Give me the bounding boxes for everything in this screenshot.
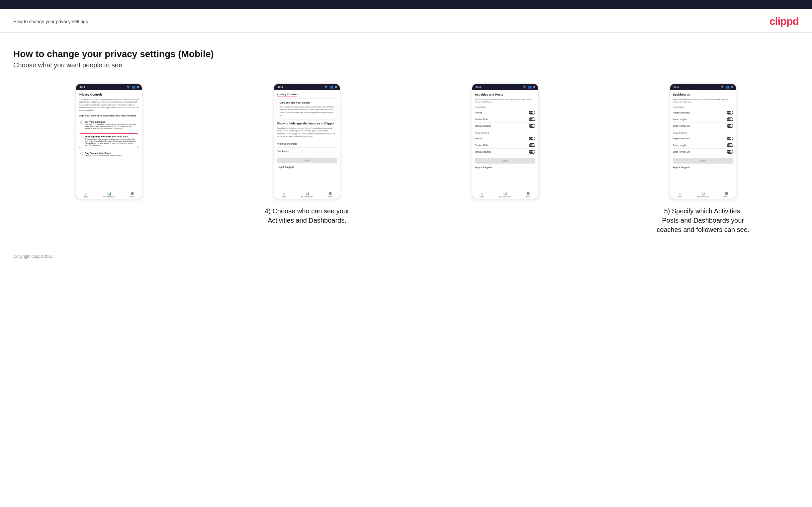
people-icon-2[interactable]: 👥	[330, 86, 333, 89]
chart-icon-2: 📊	[305, 192, 309, 195]
nav-menu-2[interactable]: ☰ Menu	[328, 192, 333, 198]
settings-icon-4[interactable]: ⚙	[731, 86, 733, 89]
back-button-2[interactable]: ‹ Back	[276, 86, 283, 88]
nav-performance-4[interactable]: 📊 My Performance	[697, 192, 709, 198]
option-everyone[interactable]: Everyone on Clippd Everyone on Clippd ca…	[79, 119, 139, 131]
home-icon-1: ⌂	[85, 192, 87, 195]
save-button-2[interactable]: Save	[276, 158, 337, 163]
page-heading: How to change your privacy settings (Mob…	[13, 49, 799, 59]
toggle-coaches-insights[interactable]: ON	[727, 117, 733, 121]
toggle-coaches-player[interactable]: ON	[727, 111, 733, 114]
phone-body-1: Privacy Controls Control how you and you…	[76, 90, 142, 190]
phone-screen-1: ‹ Back 🔍 👥 ⚙ Privacy Controls Control ho…	[76, 83, 142, 199]
coaches-manual-row: Manual Activities ON	[475, 123, 536, 129]
phone-header-2: ‹ Back 🔍 👥 ⚙	[274, 84, 340, 90]
screenshot-group-1: ‹ Back 🔍 👥 ⚙ Privacy Controls Control ho…	[13, 83, 205, 199]
privacy-controls-title: Privacy Controls	[79, 93, 139, 96]
nav-performance-3[interactable]: 📊 My Performance	[499, 192, 511, 198]
phone-body-2: Privacy Controls Only You and Your Coach…	[274, 90, 340, 190]
nav-performance-1[interactable]: 📊 My Performance	[103, 192, 115, 198]
nav-home-3[interactable]: ⌂ Home	[479, 192, 484, 198]
settings-icon-1[interactable]: ⚙	[137, 86, 139, 89]
phone-nav-3: ⌂ Home 📊 My Performance ☰ Menu	[472, 190, 538, 199]
menu-icon-4: ☰	[725, 192, 728, 195]
settings-icon-2[interactable]: ⚙	[335, 86, 337, 89]
activities-posts-title: Activities and Posts	[475, 93, 536, 96]
search-icon-4[interactable]: 🔍	[721, 86, 724, 89]
back-button-3[interactable]: ‹ Back	[475, 86, 481, 88]
nav-home-1[interactable]: ⌂ Home	[84, 192, 88, 198]
toggle-followers-player[interactable]: ON	[727, 137, 733, 140]
followers-manual-row: Manual Activities ON	[475, 149, 536, 155]
option-approved-text: Only approved followers and coaches you …	[85, 138, 137, 146]
phone-header-3: ‹ Back 🔍 👥 ⚙	[472, 84, 538, 90]
radio-only-you[interactable]	[81, 152, 83, 155]
menu-icon-2: ☰	[329, 192, 332, 195]
people-icon-3[interactable]: 👥	[528, 86, 531, 89]
home-icon-4: ⌂	[679, 192, 681, 195]
nav-home-4[interactable]: ⌂ Home	[677, 192, 682, 198]
option-everyone-text: Everyone on Clippd can search for you an…	[85, 123, 138, 129]
phone-body-3: Activities and Posts Select the types of…	[472, 90, 538, 190]
toggle-followers-insights[interactable]: ON	[727, 143, 733, 147]
who-can-see-label: Who Can See Your Activities and Dashboar…	[79, 114, 139, 117]
show-hide-text: Regardless of the privacy controls that …	[276, 127, 337, 138]
search-icon-3[interactable]: 🔍	[523, 86, 526, 89]
nav-home-2[interactable]: ⌂ Home	[282, 192, 286, 198]
settings-icon-3[interactable]: ⚙	[533, 86, 536, 89]
tab-privacy-controls[interactable]: Privacy Controls	[276, 93, 298, 96]
screenshot-group-2: ‹ Back 🔍 👥 ⚙ Privacy Controls	[211, 83, 403, 225]
nav-menu-3[interactable]: ☰ Menu	[526, 192, 531, 198]
toggle-followers-work[interactable]: ON	[727, 150, 733, 154]
help-support-2: Help & Support	[276, 166, 337, 168]
home-icon-2: ⌂	[283, 192, 285, 195]
link-activities[interactable]: Activities and Posts ›	[276, 140, 337, 148]
copyright: Copyright Clippd 2022	[13, 254, 53, 259]
screenshot-group-3: ‹ Back 🔍 👥 ⚙ Activities and Posts Select…	[409, 83, 601, 199]
nav-menu-1[interactable]: ☰ Menu	[130, 192, 135, 198]
phone-nav-2: ⌂ Home 📊 My Performance ☰ Menu	[274, 190, 340, 199]
toggle-followers-drills[interactable]: ON	[529, 143, 536, 147]
back-button-4[interactable]: ‹ Back	[673, 86, 679, 88]
back-button-1[interactable]: ‹ Back	[79, 86, 85, 88]
link-dashboards[interactable]: Dashboards ›	[276, 148, 337, 155]
nav-menu-4[interactable]: ☰ Menu	[724, 192, 729, 198]
toggle-coaches-work[interactable]: ON	[727, 124, 733, 128]
logo: clippd	[769, 15, 799, 27]
coaches-drills-row: Practice Drills ON	[475, 116, 536, 123]
followers-work-row: What To Work On ON	[673, 149, 733, 155]
search-icon-1[interactable]: 🔍	[127, 86, 130, 89]
chart-icon-4: 📊	[701, 192, 705, 195]
people-icon-1[interactable]: 👥	[132, 86, 135, 89]
menu-icon-3: ☰	[527, 192, 530, 195]
toggle-followers-rounds[interactable]: ON	[529, 137, 536, 140]
main-content: How to change your privacy settings (Mob…	[0, 33, 812, 247]
dashboards-title: Dashboards	[673, 93, 733, 96]
nav-performance-2[interactable]: 📊 My Performance	[301, 192, 313, 198]
save-button-4[interactable]: Save	[673, 158, 733, 164]
followers-rounds-row: Rounds ON	[475, 135, 536, 142]
people-icon-4[interactable]: 👥	[726, 86, 729, 89]
toggle-coaches-drills[interactable]: ON	[529, 117, 536, 121]
radio-everyone[interactable]	[81, 121, 83, 124]
option-approved[interactable]: Only Approved Followers and Your Coach O…	[79, 133, 139, 148]
search-icon-2[interactable]: 🔍	[325, 86, 328, 89]
header-icons-4: 🔍 👥 ⚙	[721, 86, 733, 89]
save-button-3[interactable]: Save	[475, 158, 536, 164]
home-icon-3: ⌂	[481, 192, 483, 195]
chevron-activities: ›	[337, 143, 338, 145]
option-only-you-text: Only you and the coaches you connect wit…	[85, 155, 122, 157]
radio-approved[interactable]	[81, 136, 83, 138]
followers-label-3: FOLLOWERS	[475, 132, 536, 134]
caption-5: 5) Specify which Activities, Posts and D…	[657, 206, 750, 234]
option-only-you[interactable]: Only You and Your Coach Only you and the…	[79, 150, 139, 158]
screenshots-row: ‹ Back 🔍 👥 ⚙ Privacy Controls Control ho…	[13, 83, 799, 234]
dashboards-text: Select the dashboards that you'd like to…	[673, 98, 733, 104]
followers-insights-row: Round Insights ON	[673, 142, 733, 149]
header: How to change your privacy settings clip…	[0, 9, 812, 33]
activities-posts-text: Select the types of activity that you'd …	[475, 98, 536, 104]
page-subheading: Choose what you want people to see	[13, 61, 799, 69]
toggle-coaches-rounds[interactable]: ON	[529, 111, 536, 114]
toggle-coaches-manual[interactable]: ON	[529, 124, 536, 128]
toggle-followers-manual[interactable]: ON	[529, 150, 536, 154]
